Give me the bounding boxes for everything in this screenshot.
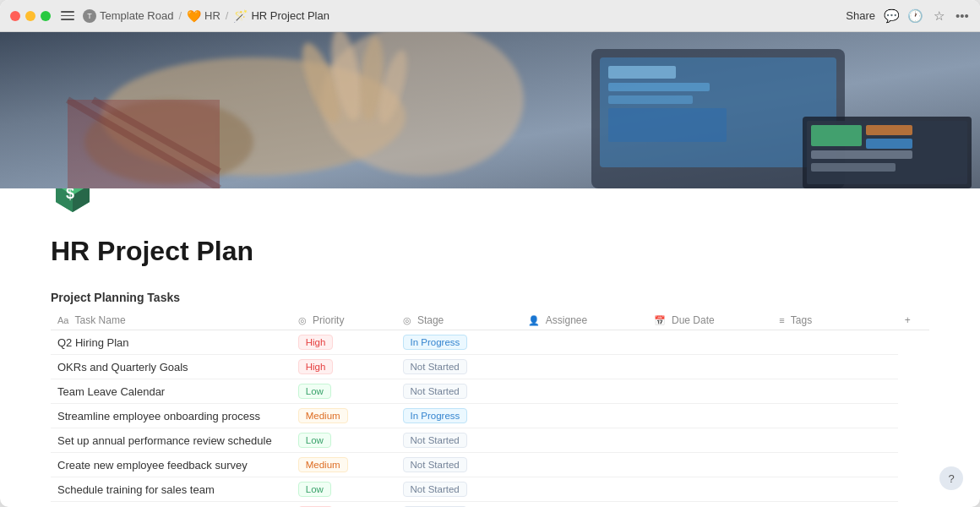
due-date-cell[interactable] [647,379,773,404]
tags-cell[interactable] [772,330,898,355]
col-header-task: Aa Task Name [51,311,291,330]
hr-icon: 🧡 [187,9,201,23]
maximize-button[interactable] [41,11,51,21]
assignee-cell[interactable] [521,477,647,502]
page-content: $ HR Project Plan Project Planning Tasks… [0,188,980,507]
table-row[interactable]: Set up annual performance review schedul… [51,428,929,453]
due-date-cell[interactable] [647,404,773,428]
breadcrumb-template-road[interactable]: T Template Road [83,9,173,23]
due-date-cell[interactable] [647,330,773,355]
assignee-cell[interactable] [521,379,647,404]
stage-cell[interactable]: Not Started [396,477,522,502]
tags-cell[interactable] [772,477,898,502]
stage-cell[interactable]: Not Started [396,428,522,453]
page-title: HR Project Plan [51,236,929,267]
star-icon[interactable]: ☆ [931,8,946,24]
table-row[interactable]: Q2 Hiring PlanHighIn Progress [51,330,929,355]
priority-badge: Medium [298,457,348,472]
clock-icon[interactable]: 🕐 [907,8,923,24]
due-date-cell[interactable] [647,502,773,508]
stage-cell[interactable]: In Progress [396,404,522,428]
tags-cell[interactable] [772,379,898,404]
task-name-cell: Set up annual performance review schedul… [51,428,291,453]
table-row[interactable]: Create new employee feedback surveyMediu… [51,453,929,477]
svg-rect-23 [811,150,912,159]
svg-rect-24 [811,163,896,172]
col-header-priority: ◎ Priority [291,311,396,330]
priority-cell[interactable]: Low [291,379,396,404]
stage-badge: Not Started [403,457,467,472]
table-row[interactable]: Team Leave CalendarLowNot Started [51,379,929,404]
traffic-lights [10,11,51,21]
stage-badge: In Progress [403,408,468,423]
priority-badge: Low [298,384,331,399]
task-name-cell: Schedule training for sales team [51,477,291,502]
assignee-cell[interactable] [521,502,647,508]
content-area: $ HR Project Plan Project Planning Tasks… [0,32,980,507]
tags-cell[interactable] [772,404,898,428]
task-name-cell: Streamline employee onboarding process [51,404,291,428]
svg-rect-8 [608,83,710,91]
col-header-stage: ◎ Stage [396,311,522,330]
breadcrumb-hr-project-plan[interactable]: 🪄 HR Project Plan [233,9,329,23]
svg-rect-20 [811,125,862,146]
priority-cell[interactable]: Medium [291,453,396,477]
table-row[interactable]: OKRs and Quarterly GoalsHighNot Started [51,355,929,379]
stage-cell[interactable]: Not Started [396,379,522,404]
svg-rect-10 [608,108,727,142]
comment-icon[interactable]: 💬 [884,8,899,24]
help-button[interactable]: ? [939,466,963,490]
col-due-label: Due Date [672,314,715,326]
tags-cell[interactable] [772,428,898,453]
table-row[interactable]: Streamline employee onboarding processMe… [51,404,929,428]
more-icon[interactable]: ••• [955,8,970,24]
due-col-icon: 📅 [654,315,666,325]
tags-cell[interactable] [772,453,898,477]
breadcrumb: T Template Road / 🧡 HR / 🪄 HR Project Pl… [83,9,846,23]
minimize-button[interactable] [25,11,35,21]
close-button[interactable] [10,11,20,21]
stage-badge: Not Started [403,482,467,497]
page-emoji-icon: 🪄 [233,9,248,23]
col-assignee-label: Assignee [546,314,587,326]
assignee-cell[interactable] [521,428,647,453]
task-name-cell: Team Leave Calendar [51,379,291,404]
assignee-cell[interactable] [521,355,647,379]
breadcrumb-hr[interactable]: 🧡 HR [187,9,220,23]
tags-cell[interactable] [772,355,898,379]
breadcrumb-sep-2: / [226,9,229,22]
table-header-row: Aa Task Name ◎ Priority ◎ Stage 👤 [51,311,929,330]
col-header-add[interactable]: + [898,311,929,330]
menu-icon[interactable] [61,9,74,23]
due-date-cell[interactable] [647,355,773,379]
task-name-cell: Create new employee feedback survey [51,453,291,477]
breadcrumb-sep-1: / [178,9,182,22]
breadcrumb-label-hr-project-plan: HR Project Plan [251,9,329,22]
table-row[interactable]: Set up reminders for employee check-insH… [51,502,929,508]
priority-cell[interactable]: Low [291,428,396,453]
stage-cell[interactable]: Not Started [396,502,522,508]
priority-cell[interactable]: Low [291,477,396,502]
priority-col-icon: ◎ [298,315,307,325]
priority-cell[interactable]: High [291,502,396,508]
priority-cell[interactable]: High [291,330,396,355]
stage-cell[interactable]: Not Started [396,355,522,379]
due-date-cell[interactable] [647,477,773,502]
assignee-cell[interactable] [521,330,647,355]
svg-rect-7 [608,66,676,79]
stage-cell[interactable]: Not Started [396,453,522,477]
due-date-cell[interactable] [647,453,773,477]
priority-cell[interactable]: High [291,355,396,379]
assignee-cell[interactable] [521,453,647,477]
tags-cell[interactable] [772,502,898,508]
share-button[interactable]: Share [846,9,875,22]
stage-cell[interactable]: In Progress [396,330,522,355]
assignee-cell[interactable] [521,404,647,428]
priority-cell[interactable]: Medium [291,404,396,428]
tags-col-icon: ≡ [779,315,784,325]
assignee-col-icon: 👤 [528,315,540,325]
due-date-cell[interactable] [647,428,773,453]
stage-badge: Not Started [403,433,467,448]
table-row[interactable]: Schedule training for sales teamLowNot S… [51,477,929,502]
task-name-cell: OKRs and Quarterly Goals [51,355,291,379]
